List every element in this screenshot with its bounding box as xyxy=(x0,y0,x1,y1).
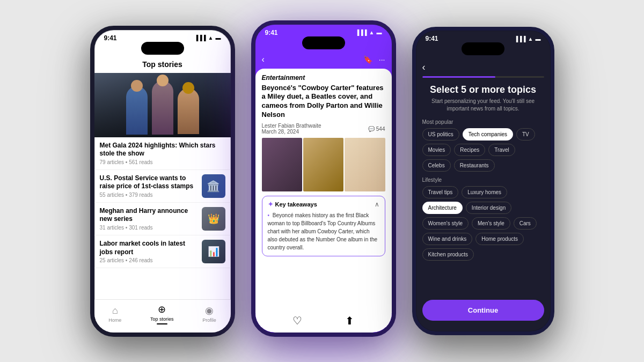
article-title: Beyoncé's "Cowboy Carter" features a Mil… xyxy=(262,84,385,120)
wifi-icon-2: ▲ xyxy=(369,29,375,35)
wifi-icon: ▲ xyxy=(208,35,214,41)
more-icon[interactable]: ··· xyxy=(379,55,385,64)
chip-tech-companies[interactable]: Tech companies xyxy=(463,128,513,141)
chip-tv[interactable]: TV xyxy=(516,128,535,141)
article-content: Entertainment Beyoncé's "Cowboy Carter" … xyxy=(255,69,392,333)
nav-profile[interactable]: ◉ Profile xyxy=(202,305,216,323)
dynamic-island-2 xyxy=(255,36,392,49)
chip-interior-design[interactable]: Interior design xyxy=(466,202,511,214)
story-1[interactable]: U.S. Postal Service wants to raise price… xyxy=(94,170,231,203)
section-label-popular: Most popular xyxy=(422,119,544,125)
share-icon[interactable]: ⬆ xyxy=(345,314,354,327)
dynamic-island-3 xyxy=(416,42,551,55)
nav-home[interactable]: ⌂ Home xyxy=(108,305,121,323)
chip-celebs[interactable]: Celebs xyxy=(422,159,451,172)
hero-story[interactable]: Met Gala 2024 highlights: Which stars st… xyxy=(94,137,231,170)
nav-home-label: Home xyxy=(108,317,121,323)
article-source: Entertainment xyxy=(262,74,385,82)
article-actions: ♡ ⬆ xyxy=(255,314,392,327)
phone-3: 9:41 ▐▐▐ ▲ ▬ ‹ Select 5 or more topics S… xyxy=(412,27,554,335)
battery-icon: ▬ xyxy=(216,35,221,41)
chip-womens-style[interactable]: Women's style xyxy=(422,217,469,230)
story-3-thumb: 📊 xyxy=(202,240,225,263)
takeaways-text: • Beyoncé makes history as the first Bla… xyxy=(268,211,379,252)
page-title-1: Top stories xyxy=(94,58,231,73)
chip-luxury-homes[interactable]: Luxury homes xyxy=(462,186,507,198)
author-row: Lester Fabian Brathwaite March 28, 2024 … xyxy=(262,123,385,135)
continue-button[interactable]: Continue xyxy=(422,300,544,321)
status-icons-2: ▐▐▐ ▲ ▬ xyxy=(355,29,382,35)
status-icons-1: ▐▐▐ ▲ ▬ xyxy=(194,35,221,41)
photo-3 xyxy=(345,138,385,191)
nav-profile-label: Profile xyxy=(202,317,216,323)
home-icon: ⌂ xyxy=(112,305,118,316)
hero-story-meta: 79 articles • 561 reads xyxy=(100,159,225,165)
story-1-meta: 55 articles • 379 reads xyxy=(100,192,197,198)
chip-wine-drinks[interactable]: Wine and drinks xyxy=(422,233,473,245)
story-3[interactable]: Labor market cools in latest jobs report… xyxy=(94,235,231,268)
comments-count[interactable]: 💬 544 xyxy=(368,126,385,132)
story-3-title: Labor market cools in latest jobs report xyxy=(100,240,197,256)
bottom-nav: ⌂ Home ⊕ Top stories ◉ Profile xyxy=(94,299,231,333)
chips-popular: US politics Tech companies TV Movies Rec… xyxy=(422,128,544,172)
back-button-3[interactable]: ‹ xyxy=(422,62,544,73)
bookmark-icon[interactable]: 🔖 xyxy=(363,55,372,64)
dynamic-island-1 xyxy=(94,42,231,55)
story-2-meta: 31 articles • 301 reads xyxy=(100,225,197,231)
like-icon[interactable]: ♡ xyxy=(292,314,302,327)
chip-restaurants[interactable]: Restaurants xyxy=(454,159,495,172)
phone-1: 9:41 ▐▐▐ ▲ ▬ Top stories Met Gala 2024 h… xyxy=(90,26,235,337)
topics-title: Select 5 or more topics xyxy=(422,84,544,95)
author-name: Lester Fabian Brathwaite xyxy=(262,123,321,129)
topics-content: ‹ Select 5 or more topics Start personal… xyxy=(416,58,551,335)
battery-icon-2: ▬ xyxy=(377,29,382,35)
chip-architecture[interactable]: Architecture xyxy=(422,202,463,214)
time-3: 9:41 xyxy=(426,35,438,42)
story-1-thumb: 🏛️ xyxy=(202,174,225,198)
collapse-icon[interactable]: ∧ xyxy=(375,201,379,208)
chip-kitchen-products[interactable]: Kitchen products xyxy=(422,248,474,261)
battery-icon-3: ▬ xyxy=(536,36,541,42)
story-3-meta: 25 articles • 246 reads xyxy=(100,257,197,263)
takeaways-header: ✦ Key takeaways ∧ xyxy=(268,201,379,208)
back-button[interactable]: ‹ xyxy=(262,55,265,64)
section-label-lifestyle: Lifestyle xyxy=(422,177,544,183)
chip-recipes[interactable]: Recipes xyxy=(454,144,485,156)
globe-icon: ⊕ xyxy=(158,304,166,315)
time-1: 9:41 xyxy=(104,34,117,42)
phone-2: 9:41 ▐▐▐ ▲ ▬ ‹ 🔖 ··· Entertainment Beyon… xyxy=(251,20,396,337)
hero-image[interactable] xyxy=(94,73,231,137)
story-2[interactable]: Meghan and Harry announce new series 31 … xyxy=(94,203,231,235)
chip-mens-style[interactable]: Men's style xyxy=(472,217,510,230)
story-2-thumb: 👑 xyxy=(202,207,225,231)
key-takeaways: ✦ Key takeaways ∧ • Beyoncé makes histor… xyxy=(262,196,385,256)
article-date: March 28, 2024 xyxy=(262,129,321,135)
progress-bar xyxy=(422,76,544,78)
profile-icon: ◉ xyxy=(205,305,214,316)
story-1-title: U.S. Postal Service wants to raise price… xyxy=(100,174,197,191)
progress-fill xyxy=(422,76,495,78)
chip-movies[interactable]: Movies xyxy=(422,144,451,156)
story-2-title: Meghan and Harry announce new series xyxy=(100,207,197,224)
hero-story-title: Met Gala 2024 highlights: Which stars st… xyxy=(100,142,225,158)
chip-home-products[interactable]: Home products xyxy=(475,233,524,245)
nav-top-stories[interactable]: ⊕ Top stories xyxy=(150,304,174,324)
sparkle-icon: ✦ xyxy=(268,201,273,208)
photo-1 xyxy=(262,138,302,191)
nav-top-stories-label: Top stories xyxy=(150,316,174,322)
chip-travel-tips[interactable]: Travel tips xyxy=(422,186,459,198)
chip-us-politics[interactable]: US politics xyxy=(422,128,459,141)
time-2: 9:41 xyxy=(265,29,278,36)
topics-subtitle: Start personalizing your feed. You'll st… xyxy=(422,98,544,113)
signal-icon-2: ▐▐▐ xyxy=(355,29,367,35)
chip-travel[interactable]: Travel xyxy=(488,144,515,156)
comment-icon: 💬 xyxy=(368,126,375,132)
wifi-icon-3: ▲ xyxy=(528,36,533,42)
chips-lifestyle: Travel tips Luxury homes Architecture In… xyxy=(422,186,544,261)
photo-grid xyxy=(262,138,385,191)
bullet-icon: • xyxy=(268,212,270,218)
nav-active-indicator xyxy=(157,323,167,324)
chip-cars[interactable]: Cars xyxy=(514,217,537,230)
signal-icon: ▐▐▐ xyxy=(194,35,206,41)
photo-2 xyxy=(303,138,343,191)
